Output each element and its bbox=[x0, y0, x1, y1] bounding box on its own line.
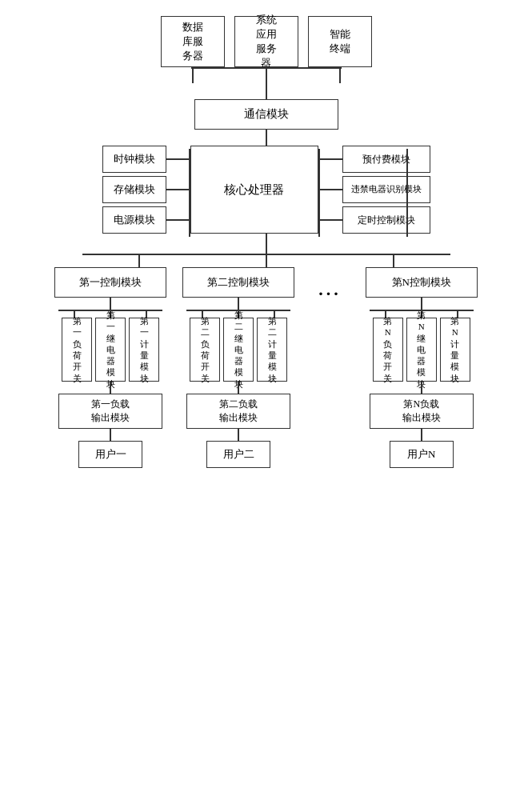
conn-outputN-user bbox=[421, 429, 422, 441]
conn-timer bbox=[318, 219, 342, 221]
app-server-box: 系统 应用 服务 器 bbox=[234, 16, 298, 67]
output2-box: 第二负载 输出模块 bbox=[186, 394, 290, 429]
relay1-box: 第 一 继 电 器 模 块 bbox=[95, 318, 126, 382]
conn-power-core bbox=[166, 219, 190, 221]
ctrlN-box: 第N控制模块 bbox=[366, 267, 478, 298]
conn-v-ctrlN bbox=[393, 255, 394, 267]
conn-ctrlN-output bbox=[421, 382, 422, 394]
output1-box: 第一负载 输出模块 bbox=[58, 394, 162, 429]
db-server-box: 数据 库服 务器 bbox=[161, 16, 225, 67]
timer-module-box: 定时控制模块 bbox=[342, 206, 430, 234]
comm-module-box: 通信模块 bbox=[194, 99, 338, 130]
conn-terminal-down bbox=[339, 67, 341, 83]
conn-db-down bbox=[192, 67, 194, 83]
forbidden-module-box: 违禁电器识别模块 bbox=[342, 176, 430, 203]
conn-ctrl2-sub bbox=[238, 298, 239, 310]
conn-top-comm bbox=[266, 83, 267, 99]
core-processor-box: 核心处理器 bbox=[190, 146, 318, 234]
outputN-box: 第N负载 输出模块 bbox=[370, 394, 474, 429]
ctrlN-sub-row: 第 N 负 荷 开 关 第 N 继 电 器 模 块 第 N 计 量 模 块 bbox=[373, 318, 470, 382]
ctrl2-column: 第二控制模块 第 二 负 荷 开 关 第 二 继 电 器 模 块 第 二 计 量… bbox=[182, 267, 294, 468]
power-module-box: 电源模块 bbox=[102, 206, 166, 234]
architecture-diagram: 数据 库服 务器 系统 应用 服务 器 智能 终端 通信模块 时钟模块 bbox=[18, 16, 514, 784]
relayN-box: 第 N 继 电 器 模 块 bbox=[406, 318, 437, 382]
conn-clock-core bbox=[166, 158, 190, 160]
loadN-switch-box: 第 N 负 荷 开 关 bbox=[373, 318, 403, 382]
conn-prepay bbox=[318, 158, 342, 160]
userN-box: 用户N bbox=[390, 441, 454, 468]
conn-ctrl2-output bbox=[238, 382, 239, 394]
right-bracket-v2 bbox=[406, 149, 408, 237]
load1-switch-box: 第 一 负 荷 开 关 bbox=[62, 318, 92, 382]
right-bracket-v bbox=[318, 149, 320, 237]
storage-module-box: 存储模块 bbox=[102, 176, 166, 203]
clock-module-box: 时钟模块 bbox=[102, 146, 166, 173]
ellipsis: ··· bbox=[310, 283, 350, 304]
ctrl2-sub-row: 第 二 负 荷 开 关 第 二 继 电 器 模 块 第 二 计 量 模 块 bbox=[190, 318, 287, 382]
meterN-box: 第 N 计 量 模 块 bbox=[440, 318, 470, 382]
conn-core-ctrl bbox=[266, 234, 267, 254]
smart-terminal-box: 智能 终端 bbox=[308, 16, 372, 67]
conn-storage-core bbox=[166, 189, 190, 190]
left-bracket-v bbox=[189, 149, 190, 237]
meter2-box: 第 二 计 量 模 块 bbox=[257, 318, 287, 382]
ctrl1-box: 第一控制模块 bbox=[54, 267, 166, 298]
ctrlN-column: 第N控制模块 第 N 负 荷 开 关 第 N 继 电 器 模 块 第 N 计 量… bbox=[366, 267, 478, 468]
conn-app-down bbox=[266, 67, 267, 83]
user2-box: 用户二 bbox=[206, 441, 270, 468]
meter1-box: 第 一 计 量 模 块 bbox=[129, 318, 159, 382]
conn-ctrlN-sub bbox=[421, 298, 422, 310]
conn-v-ctrl1 bbox=[138, 255, 140, 267]
load2-switch-box: 第 二 负 荷 开 关 bbox=[190, 318, 220, 382]
top-h-line bbox=[191, 67, 342, 69]
relay2-box: 第 二 继 电 器 模 块 bbox=[223, 318, 254, 382]
conn-output2-user bbox=[238, 429, 239, 441]
conn-comm-core bbox=[266, 130, 267, 146]
conn-ctrl1-output bbox=[110, 382, 111, 394]
ctrl1-sub-row: 第 一 负 荷 开 关 第 一 继 电 器 模 块 第 一 计 量 模 块 bbox=[62, 318, 159, 382]
conn-ctrl1-sub bbox=[110, 298, 111, 310]
conn-forbidden bbox=[318, 189, 342, 190]
conn-v-ctrl2 bbox=[266, 255, 267, 267]
ctrl2-box: 第二控制模块 bbox=[182, 267, 294, 298]
prepay-module-box: 预付费模块 bbox=[342, 146, 430, 173]
conn-output1-user bbox=[110, 429, 111, 441]
user1-box: 用户一 bbox=[78, 441, 142, 468]
ctrl1-column: 第一控制模块 第 一 负 荷 开 关 第 一 继 电 器 模 块 第 一 计 量… bbox=[54, 267, 166, 468]
